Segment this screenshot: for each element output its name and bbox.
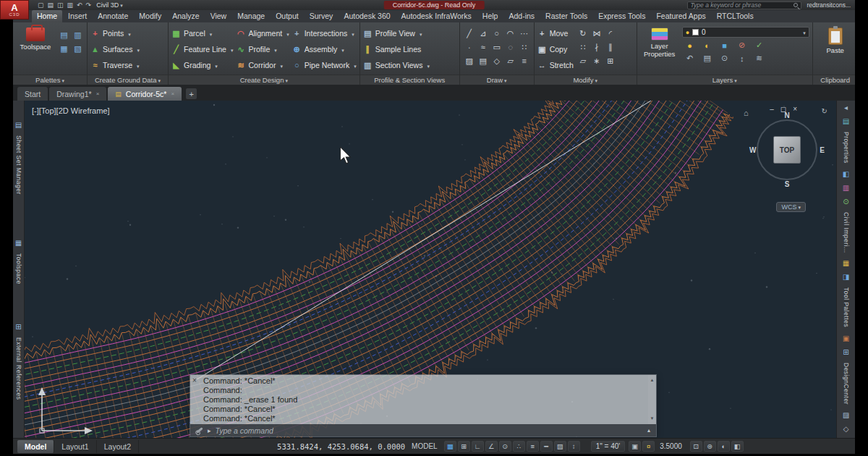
trim-icon[interactable]: ∤ — [590, 41, 603, 54]
array-icon[interactable]: ∷ — [576, 41, 590, 54]
palette-toggle-icon[interactable]: ▧ — [72, 43, 84, 55]
doc-tab-start[interactable]: Start — [17, 87, 48, 101]
palette-icon[interactable]: ▨ — [841, 410, 851, 420]
viewport-controls[interactable]: [-][Top][2D Wireframe] — [32, 106, 110, 115]
panel-label-modify[interactable]: Modify — [535, 75, 637, 85]
panel-label-create-ground-data[interactable]: Create Ground Data — [88, 75, 168, 85]
qat-open-icon[interactable]: ▤ — [48, 1, 54, 9]
layer-match-icon[interactable]: ✓ — [753, 40, 766, 51]
menu-tab-raster-tools[interactable]: Raster Tools — [540, 10, 592, 22]
properties-palette-icon[interactable]: ▤ — [841, 117, 851, 126]
layer-states-icon[interactable]: ▤ — [701, 53, 714, 64]
viewcube-south[interactable]: S — [785, 180, 790, 188]
panel-label-create-design[interactable]: Create Design — [169, 75, 359, 85]
grid-icon[interactable]: ▦ — [444, 441, 456, 452]
more-draw-icon[interactable]: ⋯ — [518, 27, 531, 40]
layer-isolate-icon[interactable]: ◐ — [701, 40, 714, 51]
viewcube-top-face[interactable]: TOP — [773, 136, 801, 164]
civil-imperial-tab[interactable]: Civil Imperi... — [843, 212, 850, 253]
offset-icon[interactable]: ∥ — [604, 41, 617, 54]
menu-tab-express-tools[interactable]: Express Tools — [593, 10, 650, 22]
help-search-input[interactable]: Type a keyword or phrase — [687, 1, 801, 9]
toolspace-button[interactable]: Toolspace — [16, 25, 55, 74]
layer-delete-icon[interactable]: ≋ — [753, 53, 766, 64]
dynamic-input-icon[interactable]: ≡ — [527, 441, 539, 452]
move-button[interactable]: +Move — [537, 27, 574, 40]
close-icon[interactable] — [192, 376, 197, 385]
viewcube-east[interactable]: E — [820, 146, 825, 154]
panel-label-profile-section-views[interactable]: Profile & Section Views — [360, 75, 459, 85]
panel-label-palettes[interactable]: Palettes — [13, 75, 87, 85]
layout-tab-layout2[interactable]: Layout2 — [97, 440, 139, 453]
points-button[interactable]: +Points — [90, 27, 165, 40]
menu-tab-featured-apps[interactable]: Featured Apps — [651, 10, 710, 22]
palette-icon[interactable]: ⊞ — [841, 347, 851, 357]
menu-tab-view[interactable]: View — [205, 10, 232, 22]
annotation-autoscale-icon[interactable]: ¤ — [642, 441, 655, 452]
multiline-icon[interactable]: ≡ — [518, 54, 531, 67]
qat-redo-icon[interactable]: ↷ — [86, 1, 92, 9]
palette-icon[interactable]: ▦ — [841, 258, 851, 268]
sample-lines-button[interactable]: ∥Sample Lines — [363, 43, 456, 56]
menu-tab-add-ins[interactable]: Add-ins — [503, 10, 540, 22]
palette-icon[interactable]: ◨ — [841, 272, 851, 282]
layer-walk-icon[interactable]: ⊙ — [718, 53, 731, 64]
close-tab-icon[interactable]: × — [171, 90, 174, 97]
new-tab-button[interactable]: + — [186, 88, 197, 99]
polar-icon[interactable]: ∠ — [485, 441, 498, 452]
rotate-icon[interactable]: ↻ — [576, 27, 590, 40]
menu-tab-annotate[interactable]: Annotate — [93, 10, 133, 22]
revcloud-icon[interactable]: ◌ — [504, 41, 517, 54]
properties-palette-icon[interactable]: ▥ — [72, 29, 84, 41]
clean-screen-icon[interactable]: ◧ — [731, 441, 744, 452]
command-window[interactable]: Command: *Cancel*Command:Command: _erase… — [190, 374, 657, 437]
menu-tab-analyze[interactable]: Analyze — [167, 10, 204, 22]
arc-icon[interactable]: ◠ — [504, 27, 517, 40]
designcenter-tab[interactable]: DesignCenter — [843, 363, 850, 405]
ortho-icon[interactable]: ∟ — [472, 441, 484, 452]
external-references-tab[interactable]: ⊞External References — [14, 320, 23, 404]
point-icon[interactable]: ∙ — [463, 41, 476, 54]
profile-button[interactable]: ∿Profile — [236, 43, 289, 56]
menu-tab-help[interactable]: Help — [477, 10, 503, 22]
command-input[interactable]: Type a command — [190, 424, 656, 436]
layout-tab-layout1[interactable]: Layout1 — [54, 440, 96, 453]
panel-label-draw[interactable]: Draw — [460, 75, 534, 85]
command-scrollbar[interactable] — [648, 375, 656, 424]
isolate-objects-icon[interactable]: ◐ — [718, 441, 730, 452]
section-views-button[interactable]: ▥Section Views — [363, 59, 456, 72]
toolspace-tab[interactable]: ▦Toolspace — [14, 236, 23, 288]
annotation-monitor-icon[interactable]: ⊡ — [690, 441, 702, 452]
menu-tab-modify[interactable]: Modify — [134, 10, 166, 22]
qat-undo-icon[interactable]: ↶ — [77, 1, 82, 9]
profile-view-button[interactable]: ▤Profile View — [363, 27, 456, 40]
viewcube-north[interactable]: N — [784, 111, 789, 119]
annotation-visibility-icon[interactable]: ▣ — [629, 441, 641, 452]
model-space-badge[interactable]: MODEL — [412, 442, 438, 450]
copy-button[interactable]: ▣Copy — [537, 43, 574, 56]
palette-icon[interactable]: ⊙ — [841, 197, 851, 206]
scroll-up-icon[interactable] — [650, 376, 655, 385]
recent-commands-icon[interactable] — [647, 427, 650, 434]
layer-select[interactable]: ● 0 — [682, 27, 809, 38]
grading-button[interactable]: ◣Grading — [171, 59, 233, 72]
hatch-icon[interactable]: ▨ — [463, 54, 476, 67]
annotation-scale-value[interactable]: 3.5000 — [660, 442, 682, 450]
palette-icon[interactable]: ▥ — [841, 183, 851, 193]
layout-tab-model[interactable]: Model — [17, 440, 54, 453]
qat-save-icon[interactable]: ◫ — [57, 1, 64, 9]
menu-tab-rtcltools[interactable]: RTCLTools — [712, 10, 759, 22]
drawing-area[interactable]: [-][Top][2D Wireframe] –◻× N S W E TOP W… — [25, 101, 836, 438]
layer-merge-icon[interactable]: ↕ — [736, 53, 749, 64]
layer-lock-icon[interactable]: ⊘ — [736, 40, 749, 51]
palette-icon[interactable]: ▣ — [841, 334, 851, 343]
annotation-scale[interactable]: 1" = 40' — [591, 441, 626, 452]
transparency-icon[interactable]: ▨ — [554, 441, 566, 452]
scroll-down-icon[interactable] — [650, 414, 655, 423]
properties-tab[interactable]: Properties — [843, 132, 850, 164]
paste-button[interactable]: Paste — [816, 25, 855, 74]
line-icon[interactable]: ╱ — [463, 27, 476, 40]
join-icon[interactable]: ⊞ — [604, 54, 617, 67]
signin-account[interactable]: redtransitcons... — [807, 1, 851, 9]
explode-icon[interactable]: ∗ — [590, 54, 603, 67]
